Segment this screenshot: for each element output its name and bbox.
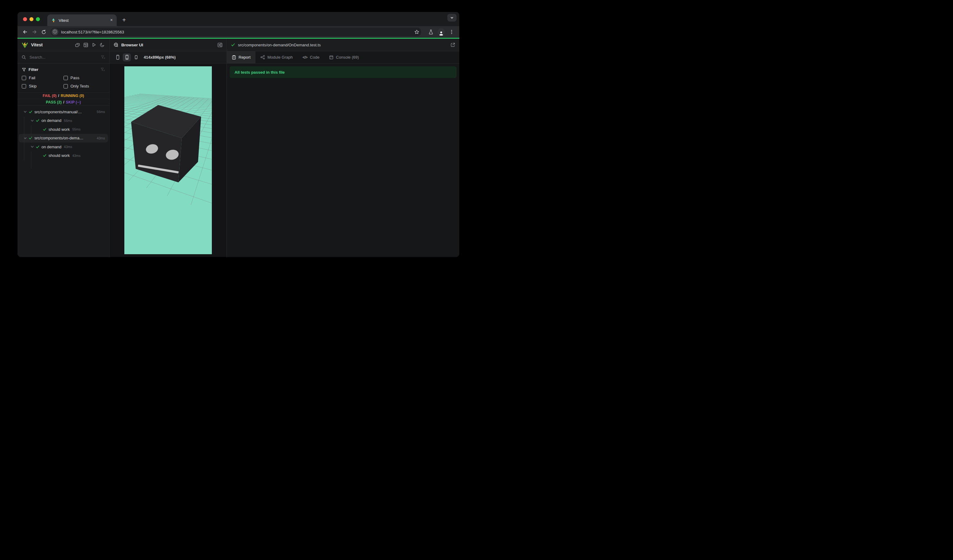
- search-input[interactable]: [29, 55, 101, 60]
- preview-stage: [110, 64, 227, 257]
- close-window-button[interactable]: [23, 17, 27, 21]
- forward-arrow-icon: [32, 29, 37, 35]
- browser-menu-button[interactable]: [448, 28, 456, 36]
- indent-guide: [31, 152, 31, 169]
- close-tab-icon[interactable]: ×: [109, 17, 114, 23]
- tab-module-graph[interactable]: Module Graph: [255, 51, 298, 63]
- stats-separator: /: [58, 94, 59, 98]
- checkbox-label: Pass: [71, 76, 79, 80]
- running-count: RUNNING (0): [61, 94, 84, 98]
- url-text: localhost:5173/#/?file=1828625563: [61, 30, 414, 34]
- viewport-size-label: 414x896px (68%): [144, 55, 175, 60]
- browser-toolbar: ⓘ localhost:5173/#/?file=1828625563: [17, 26, 459, 38]
- kebab-menu-icon: [449, 29, 454, 34]
- file-path: src/components/on-demand/OnDemand.test.t…: [238, 43, 450, 47]
- chevron-down-icon[interactable]: [23, 110, 27, 113]
- test-duration: 43ms: [64, 145, 75, 149]
- back-button[interactable]: [21, 28, 29, 36]
- device-phone-button[interactable]: [113, 53, 121, 61]
- chevron-down-icon[interactable]: [30, 145, 34, 149]
- reload-button[interactable]: [40, 28, 48, 36]
- phone-portrait-icon: [115, 55, 120, 60]
- dashboard-button[interactable]: [82, 42, 89, 48]
- test-duration: 43ms: [97, 137, 108, 140]
- dark-mode-toggle-button[interactable]: [99, 42, 105, 48]
- clipboard-icon: [232, 55, 236, 60]
- flask-icon: [428, 29, 433, 35]
- stats-row-pass-skip: PASS (2) / SKIP (--): [17, 99, 109, 105]
- bookmark-star-icon[interactable]: [414, 29, 419, 35]
- test-duration: 55ms: [72, 127, 84, 131]
- open-panel-right-icon[interactable]: [217, 42, 223, 48]
- fail-count: FAIL (0): [43, 94, 56, 98]
- profile-button[interactable]: [437, 28, 445, 36]
- vitest-favicon-icon: [51, 18, 56, 23]
- filter-funnel-icon: [22, 68, 26, 72]
- device-phone-small-button[interactable]: [132, 53, 140, 61]
- indent-guide: [31, 125, 31, 143]
- phone-small-icon: [134, 55, 138, 60]
- browser-preview-viewport[interactable]: [124, 66, 212, 254]
- tree-row[interactable]: on demand 56ms: [19, 116, 108, 125]
- chevron-down-icon[interactable]: [30, 119, 34, 123]
- test-label: on demand: [42, 118, 61, 123]
- tab-label: Console (69): [336, 55, 359, 60]
- play-icon: [92, 42, 96, 47]
- stats-separator: /: [63, 100, 64, 104]
- report-panel: src/components/on-demand/OnDemand.test.t…: [227, 39, 459, 257]
- checkbox-label: Skip: [29, 84, 37, 88]
- address-bar[interactable]: ⓘ localhost:5173/#/?file=1828625563: [51, 28, 421, 36]
- checkbox[interactable]: [64, 84, 68, 88]
- new-tab-button[interactable]: +: [120, 16, 128, 25]
- device-phone-new-button[interactable]: [123, 53, 131, 61]
- filter-checkbox-skip[interactable]: Skip: [22, 84, 64, 88]
- tab-report[interactable]: Report: [227, 51, 255, 63]
- banner-text: All tests passed in this file: [234, 70, 285, 74]
- clear-filter-icon[interactable]: [100, 67, 105, 72]
- browser-preview-panel: Browser UI: [110, 39, 227, 257]
- zoom-window-button[interactable]: [36, 17, 40, 21]
- tab-console[interactable]: Console (69): [324, 51, 363, 63]
- dashboard-icon: [83, 42, 88, 48]
- check-icon: [43, 154, 47, 158]
- clear-filter-icon[interactable]: [101, 55, 105, 60]
- site-info-icon[interactable]: ⓘ: [51, 29, 58, 35]
- test-label: src/components/on-dema…: [34, 136, 94, 140]
- sidebar-header: Vitest: [17, 39, 109, 51]
- collapse-windows-button[interactable]: [74, 42, 81, 48]
- filter-title: Filter: [29, 67, 100, 72]
- check-icon: [36, 118, 40, 123]
- check-icon: [43, 127, 47, 132]
- moon-icon: [100, 42, 105, 47]
- minimize-window-button[interactable]: [29, 17, 33, 21]
- tree-row[interactable]: should work 55ms: [19, 125, 108, 134]
- globe-icon: [113, 42, 118, 47]
- console-box-icon: [329, 55, 334, 60]
- checkbox[interactable]: [64, 76, 68, 80]
- check-icon: [36, 145, 40, 149]
- test-label: should work: [48, 153, 70, 158]
- tab-code[interactable]: </> Code: [298, 51, 324, 63]
- tab-title: Vitest: [59, 18, 109, 23]
- checkbox[interactable]: [22, 84, 26, 88]
- checkbox[interactable]: [22, 76, 26, 80]
- profile-avatar-icon: [438, 28, 445, 36]
- tab-search-button[interactable]: [447, 14, 456, 22]
- tab-label: Code: [310, 55, 319, 60]
- report-tabs: Report Module Graph </> Code: [227, 51, 459, 64]
- filter-checkbox-only-tests[interactable]: Only Tests: [64, 84, 105, 88]
- browser-tab[interactable]: Vitest ×: [47, 14, 117, 26]
- tree-row[interactable]: should work 43ms: [19, 151, 108, 160]
- tree-row[interactable]: on demand 43ms: [19, 143, 108, 151]
- forward-button[interactable]: [30, 28, 38, 36]
- tree-row[interactable]: src/components/on-dema… 43ms: [19, 134, 108, 143]
- experiments-button[interactable]: [427, 28, 435, 36]
- open-external-icon[interactable]: [450, 42, 455, 47]
- tree-row[interactable]: src/components/manual/… 56ms: [19, 107, 108, 116]
- traffic-lights: [17, 12, 40, 26]
- filter-checkbox-fail[interactable]: Fail: [22, 76, 64, 80]
- filter-checkbox-pass[interactable]: Pass: [64, 76, 105, 80]
- run-all-button[interactable]: [91, 42, 97, 48]
- test-label: should work: [48, 127, 70, 132]
- test-duration: 56ms: [97, 110, 108, 113]
